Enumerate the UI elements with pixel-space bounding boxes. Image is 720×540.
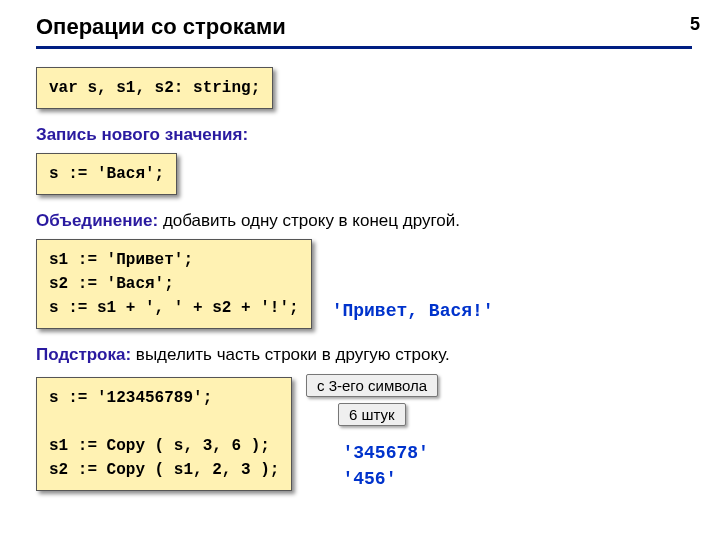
result-substr-2: '456' [342, 469, 428, 489]
heading-assign: Запись нового значения: [36, 125, 692, 145]
page-title: Операции со строками [36, 14, 692, 40]
heading-concat-key: Объединение: [36, 211, 158, 230]
annotation-from-char: с 3-его символа [306, 374, 438, 397]
annotation-count: 6 штук [338, 403, 406, 426]
page-number: 5 [690, 14, 700, 35]
result-concat: 'Привет, Вася!' [332, 301, 494, 339]
heading-substr: Подстрока: выделить часть строки в другу… [36, 345, 692, 365]
code-substr: s := '123456789'; s1 := Copy ( s, 3, 6 )… [36, 377, 292, 491]
code-assign: s := 'Вася'; [36, 153, 177, 195]
heading-concat: Объединение: добавить одну строку в коне… [36, 211, 692, 231]
result-substr-1: '345678' [342, 443, 428, 463]
heading-substr-rest: выделить часть строки в другую строку. [131, 345, 450, 364]
heading-substr-key: Подстрока: [36, 345, 131, 364]
heading-assign-key: Запись нового значения: [36, 125, 248, 144]
heading-concat-rest: добавить одну строку в конец другой. [158, 211, 460, 230]
code-declaration: var s, s1, s2: string; [36, 67, 273, 109]
title-underline [36, 46, 692, 49]
code-concat: s1 := 'Привет'; s2 := 'Вася'; s := s1 + … [36, 239, 312, 329]
